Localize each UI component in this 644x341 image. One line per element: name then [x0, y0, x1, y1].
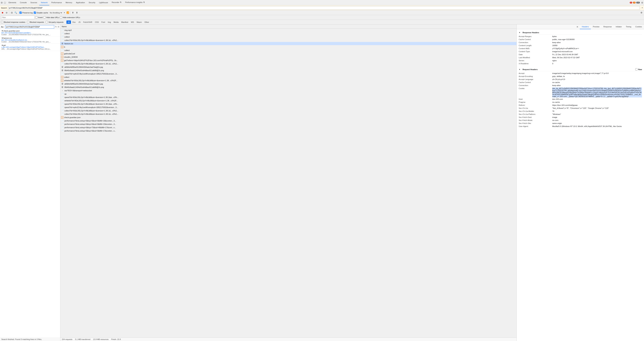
tab-application[interactable]: Application [74, 0, 87, 5]
filter-type-img[interactable]: Img [107, 20, 112, 24]
network-conditions-button[interactable]: 📶 [66, 11, 69, 14]
detail-tab-headers[interactable]: Headers [580, 24, 591, 29]
invert-label[interactable]: Invert [35, 16, 43, 18]
table-row-21[interactable]: 📄whitelist?id=9GkL9SLGjnYrr8bJd6&uin=&ve… [60, 99, 516, 102]
search-close-icon[interactable]: ✕ [642, 7, 643, 9]
table-row-14[interactable]: {}collect [60, 76, 516, 79]
table-row-28[interactable]: 📄performance?dnsLookup=0&tcp=0&ssl=0&ttf… [60, 122, 516, 126]
blocked-requests-checkbox[interactable] [27, 21, 29, 23]
table-row-26[interactable]: {}check-guardian.json [60, 116, 516, 119]
raw-checkbox[interactable] [635, 68, 638, 70]
table-row-13[interactable]: 📄speed?id=vq4n2C4by1vw9Kvevq&uin=2852175… [60, 72, 516, 76]
hide-data-urls-checkbox[interactable] [44, 16, 46, 18]
filter-type-media[interactable]: Media [112, 20, 120, 24]
hide-data-urls-label[interactable]: Hide data URLs [44, 16, 60, 18]
table-row-8[interactable]: {}cloudim_324034 [60, 55, 516, 59]
filter-type-js[interactable]: JS [77, 20, 82, 24]
response-toggle-icon[interactable]: ▼ [519, 32, 520, 34]
tab-network[interactable]: Network [39, 0, 49, 5]
filter-type-css[interactable]: CSS [94, 20, 100, 24]
detail-tab-timing[interactable]: Timing [624, 24, 634, 29]
table-row-19[interactable]: 📄up [60, 92, 516, 96]
table-row-5[interactable]: {}b [60, 45, 516, 49]
table-row-17[interactable]: 🖼6fb40c8aab11404e91eb4dbac611a8d9@2x.png [60, 86, 516, 89]
aa-button[interactable]: Aa [1, 26, 3, 28]
hide-extension-urls-label[interactable]: Hide extension URLs [60, 16, 80, 18]
preserve-log-label[interactable]: Preserve log [20, 12, 33, 14]
search-input[interactable] [8, 6, 640, 10]
detail-tab-initiator[interactable]: Initiator [614, 24, 624, 29]
table-row-18[interactable]: ↕sio/?EIO=3&transport=websocket [60, 89, 516, 92]
disable-cache-label[interactable]: Disable cache [34, 12, 48, 14]
table-row-3[interactable]: 📄collect?id=9GkL9SLGjnYrr8bJd6&uin=&vers… [60, 38, 516, 42]
tab-elements[interactable]: Elements [7, 0, 18, 5]
blocked-cookies-checkbox[interactable] [1, 21, 3, 23]
throttling-select[interactable]: No throttling [49, 12, 62, 14]
filter-type-ws[interactable]: WS [130, 20, 135, 24]
filter-toggle-button[interactable]: ⊟ [10, 11, 13, 14]
settings-button[interactable]: ⚙ [640, 11, 643, 14]
disable-cache-checkbox[interactable] [34, 12, 36, 14]
filter-type-doc[interactable]: Doc [71, 20, 77, 24]
filter-type-other[interactable]: Other [143, 20, 150, 24]
sidebar-refresh-icon[interactable]: ↻ [55, 26, 57, 28]
clear-button[interactable]: ⊘ [5, 11, 8, 14]
filter-type-all[interactable]: All [66, 20, 71, 24]
table-row-9[interactable]: {}get?referer=https%3A%2F%2Fdun.163.com%… [60, 59, 516, 62]
table-row-25[interactable]: 📄collect?id=9GkL9SLGjnYrr8bJd6&uin=&vers… [60, 112, 516, 116]
sidebar-entry-0[interactable]: ▼check-guardian.jsondun.163.com/node/api… [0, 29, 60, 36]
record-button[interactable]: ⏺ [1, 11, 4, 14]
import-button[interactable]: ⬆ [72, 11, 74, 14]
third-party-label[interactable]: 3rd-party requests [46, 21, 64, 23]
invert-checkbox[interactable] [35, 16, 38, 18]
detail-tab-preview[interactable]: Preview [591, 24, 602, 29]
blocked-cookies-label[interactable]: Blocked response cookies [1, 21, 25, 23]
table-row-11[interactable]: 🖼a66bfe4bf95a43139644364adc3ad7da@2x.jpg [60, 66, 516, 69]
table-row-12[interactable]: 🖼6fb40c8aab11404e91eb4dbac611a8d9@2x.png [60, 69, 516, 72]
table-row-10[interactable]: 📄collect?id=9GkL9SLGjnYrr8bJd6&uin=&vers… [60, 62, 516, 66]
table-row-27[interactable]: 📄performance?dnsLookup=0&tcp=0&ssl=0&ttf… [60, 119, 516, 122]
table-row-29[interactable]: 📄performance?dnsLookup=0&tcp=73&ssl=46&t… [60, 126, 516, 129]
table-row-0[interactable]: 📄ring.mp3 [60, 28, 516, 32]
detail-tab-response[interactable]: Response [602, 24, 614, 29]
search-button[interactable]: 🔍 [14, 11, 17, 14]
table-row-23[interactable]: 📄speed?id=vq4n2C4by1vw9Kvevq&uin=2852175… [60, 106, 516, 109]
table-row-7[interactable]: {}getInviteConf [60, 52, 516, 55]
sidebar-clear-icon[interactable]: ⊘ [58, 26, 59, 28]
hide-extension-urls-checkbox[interactable] [60, 16, 62, 18]
table-row-30[interactable]: 📄performance?dnsLookup=0&tcp=0&ssl=0&ttf… [60, 129, 516, 132]
filter-input[interactable] [1, 16, 34, 19]
table-row-15[interactable]: {}whitelist?id=9GkL9SLGjnYrr8bJd6&uin=&v… [60, 79, 516, 82]
preserve-log-checkbox[interactable] [20, 12, 22, 14]
tab-sources[interactable]: Sources [29, 0, 39, 5]
blocked-requests-label[interactable]: Blocked requests [27, 21, 44, 23]
filter-type-font[interactable]: Font [100, 20, 106, 24]
sidebar-entry-2[interactable]: ▼getc.dun.163.com/api/v3/get?referer=htt… [0, 44, 60, 51]
tab-memory[interactable]: Memory [64, 0, 74, 5]
table-row-20[interactable]: 📄speed?id=9GkL9SLGjnYrr8bJd6&uin=&versio… [60, 96, 516, 99]
sidebar-entry-1[interactable]: ▼favicon.icodun.163.com/public/res/favic… [0, 36, 60, 44]
tab-security[interactable]: Security [87, 0, 97, 5]
detail-close-button[interactable]: ✕ [576, 26, 578, 28]
tab-console[interactable]: Console [18, 0, 28, 5]
filter-type-fetch-xhr[interactable]: Fetch/XHR [82, 20, 94, 24]
detail-tab-cookies[interactable]: Cookies [633, 24, 644, 29]
table-row-1[interactable]: 📄collect [60, 32, 516, 35]
table-row-16[interactable]: 🖼a66bfe4bf95a43139644364adc3ad7da@2x.jpg [60, 82, 516, 86]
request-toggle-icon[interactable]: ▼ [519, 68, 520, 70]
tab-performance-insights[interactable]: Performance insights ⚗ [124, 0, 146, 5]
sidebar-search-input[interactable] [5, 25, 54, 28]
export-button[interactable]: ⬇ [76, 11, 78, 14]
table-row-6[interactable]: 📄collect [60, 49, 516, 52]
table-row-4[interactable]: 🖼favicon.ico [60, 42, 516, 45]
filter-type-manifest[interactable]: Manifest [120, 20, 130, 24]
tab-lighthouse[interactable]: Lighthouse [97, 0, 110, 5]
table-row-22[interactable]: 📄speed?id=9GkL9SLGjnYrr8bJd6&uin=&versio… [60, 102, 516, 106]
settings-icon[interactable]: ⚙ [641, 1, 643, 4]
tab-recorder[interactable]: Recorder ⚗ [110, 0, 123, 5]
third-party-checkbox[interactable] [46, 21, 48, 23]
table-row-24[interactable]: 📄collect?id=9GkL9SLGjnYrr8bJd6&uin=&vers… [60, 109, 516, 112]
raw-checkbox-label[interactable]: Raw [635, 68, 642, 70]
request-list-body[interactable]: 📄ring.mp3📄collect📄collect📄collect?id=9Gk… [60, 28, 516, 338]
tab-performance[interactable]: Performance [50, 0, 64, 5]
